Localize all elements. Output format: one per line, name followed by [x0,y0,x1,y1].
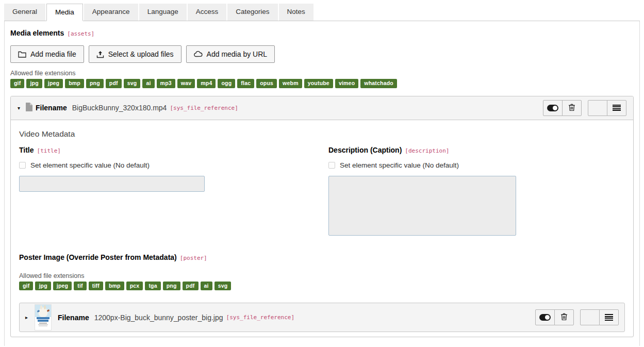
sort-placeholder-button[interactable] [580,309,600,325]
row-actions [543,100,626,116]
extension-badge: wav [177,79,195,88]
file-icon [26,103,32,113]
row-actions [535,309,619,325]
menu-icon [613,105,621,111]
extension-badge: mp4 [197,79,216,88]
delete-button[interactable] [562,100,582,116]
extension-badge: png [163,282,180,291]
enable-toggle-button[interactable] [543,100,563,116]
extension-badge: whatchado [360,79,397,88]
collapse-caret-right-icon[interactable]: ▸ [25,315,32,320]
file-reference-body-video: Video Metadata Title[title] Set element … [11,120,633,337]
trash-icon [568,103,575,113]
title-field-heading: Title[title] [19,146,328,154]
collapse-caret-down-icon[interactable]: ▾ [18,105,25,111]
extension-badge: tif [74,282,87,291]
media-buttons-row: Add media file Select & upload files Add… [10,45,634,63]
extension-badge: ai [142,79,154,88]
sort-placeholder-button[interactable] [588,100,607,116]
title-tca-tag: [title] [37,147,61,154]
delete-button[interactable] [554,309,574,325]
extension-badge: jpeg [44,79,63,88]
tab-media[interactable]: Media [46,4,83,21]
title-override-row: Set element specific value (No default) [19,161,328,169]
sys-file-reference-tag: [sys_file_reference] [170,105,238,111]
enable-toggle-button[interactable] [535,309,555,325]
extension-badge: jpg [26,79,42,88]
extension-badge: opus [256,79,277,88]
media-elements-heading: Media elements[assets] [10,28,634,38]
file-reference-header-video[interactable]: ▾ Filename BigBuckBunny_320x180.mp4 [sys… [11,96,633,120]
description-field-heading: Description (Caption)[description] [328,146,625,154]
extension-badge: ai [201,282,212,291]
filename-label: Filename [36,104,67,112]
extension-badge: flac [237,79,254,88]
description-override-row: Set element specific value (No default) [328,161,625,169]
select-upload-files-label: Select & upload files [108,50,174,58]
poster-thumbnail [35,304,52,331]
add-media-file-label: Add media file [30,50,76,58]
media-elements-label: Media elements [10,29,64,37]
allowed-extensions-label: Allowed file extensions [10,70,634,77]
tab-categories[interactable]: Categories [227,4,277,21]
extension-badge: jpg [35,282,51,291]
extension-badge: pdf [183,282,199,291]
sort-menu-group [588,100,626,116]
title-field-column: Title[title] Set element specific value … [19,146,328,238]
toggle-on-icon [539,314,551,321]
select-upload-files-button[interactable]: Select & upload files [89,45,181,63]
media-tab-content: Media elements[assets] Add media file Se… [4,21,640,346]
title-input[interactable] [19,176,205,192]
description-tca-tag: [description] [405,147,449,154]
poster-allowed-extensions-label: Allowed file extensions [19,272,625,279]
description-override-label: Set element specific value (No default) [340,161,459,169]
tab-language[interactable]: Language [139,4,187,21]
extension-badge: bmp [105,282,124,291]
more-actions-button[interactable] [599,309,619,325]
extension-badge: tiff [89,282,103,291]
tab-bar: General Media Appearance Language Access… [4,4,640,21]
metadata-columns: Title[title] Set element specific value … [19,146,625,238]
description-override-checkbox[interactable] [328,162,335,169]
description-label: Description (Caption) [328,146,402,154]
tab-notes[interactable]: Notes [279,4,313,21]
file-reference-panel-video: ▾ Filename BigBuckBunny_320x180.mp4 [sys… [10,96,634,338]
extension-badge: tga [145,282,160,291]
extension-badge: gif [19,282,33,291]
extension-badge: svg [214,282,232,291]
sys-file-reference-tag: [sys_file_reference] [226,314,294,321]
extension-badge: mp3 [157,79,175,88]
description-textarea[interactable] [328,176,516,236]
folder-icon [18,51,26,58]
extension-badge: gif [10,79,24,88]
extension-badge: ogg [218,79,235,88]
menu-icon [605,314,613,321]
extension-badge: png [86,79,104,88]
filename-value: BigBuckBunny_320x180.mp4 [72,104,167,112]
upload-icon [96,51,104,58]
file-reference-row-poster[interactable]: ▸ [19,303,625,332]
tab-access[interactable]: Access [188,4,227,21]
title-override-checkbox[interactable] [19,162,26,169]
enable-delete-group [543,100,582,116]
add-media-by-url-button[interactable]: Add media by URL [186,45,275,63]
extension-badge: svg [124,79,141,88]
extension-badge: youtube [304,79,333,88]
media-elements-tca-tag: [assets] [67,30,94,37]
video-metadata-heading: Video Metadata [19,129,625,139]
tab-appearance[interactable]: Appearance [84,4,138,21]
toggle-on-icon [547,105,558,111]
extension-badge: vimeo [335,79,358,88]
poster-image-label: Poster Image (Override Poster from Metad… [19,253,177,261]
trash-icon [560,312,568,322]
poster-tca-tag: [poster] [180,255,207,261]
poster-extension-badges: gifjpgjpegtiftiffbmppcxtgapngpdfaisvg [19,282,625,291]
title-override-label: Set element specific value (No default) [30,161,150,169]
cloud-icon [194,51,203,57]
tab-general[interactable]: General [4,4,45,21]
add-media-file-button[interactable]: Add media file [10,45,84,63]
page: General Media Appearance Language Access… [0,0,644,347]
more-actions-button[interactable] [607,100,626,116]
filename-value: 1200px-Big_buck_bunny_poster_big.jpg [94,313,223,322]
enable-delete-group [535,309,574,325]
